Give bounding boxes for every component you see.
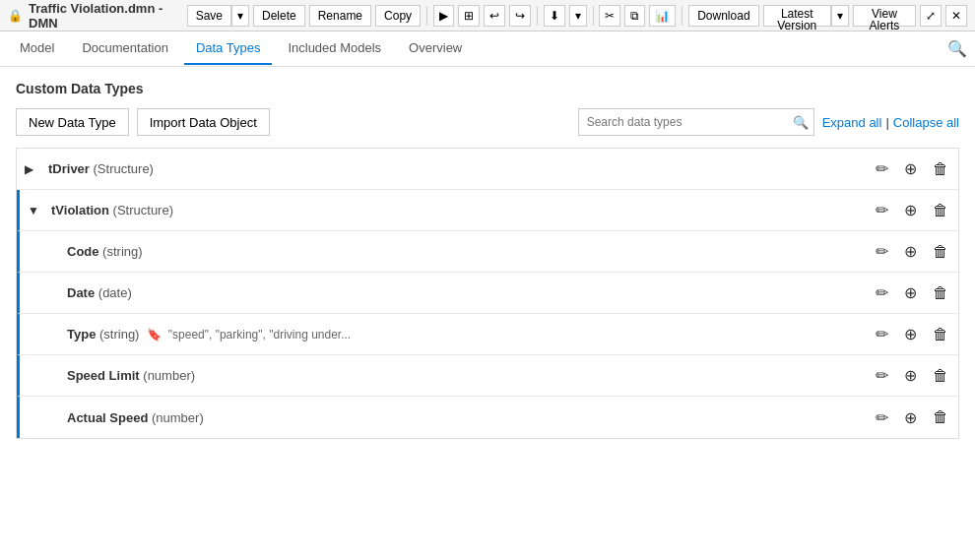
row-actions: ✏ ⊕ 🗑: [874, 240, 950, 263]
sep4: [682, 6, 682, 26]
row-hint: 🔖 "speed", "parking", "driving under...: [147, 328, 351, 342]
row-name: Type: [67, 327, 96, 342]
version-button[interactable]: Latest Version: [763, 5, 831, 27]
row-type: (date): [95, 285, 132, 300]
row-type: (Structure): [90, 161, 154, 176]
add-speedlimit-button[interactable]: ⊕: [902, 364, 919, 387]
add-code-button[interactable]: ⊕: [902, 240, 919, 263]
sep1: [426, 6, 427, 26]
download-icon-btn[interactable]: ⬇: [544, 5, 565, 27]
undo-button[interactable]: ↩: [484, 5, 505, 27]
close-window-button[interactable]: ✕: [945, 5, 967, 27]
table-row: Actual Speed (number) ✏ ⊕ 🗑: [17, 397, 958, 438]
expand-all-link[interactable]: Expand all: [822, 115, 882, 130]
delete-tViolation-button[interactable]: 🗑: [931, 200, 950, 221]
save-button[interactable]: Save: [187, 5, 231, 27]
search-input[interactable]: [578, 108, 814, 136]
content-area: Custom Data Types New Data Type Import D…: [0, 67, 975, 453]
row-toggle-tViolation[interactable]: ▼: [28, 204, 47, 218]
delete-code-button[interactable]: 🗑: [931, 241, 950, 263]
delete-button[interactable]: Delete: [253, 5, 305, 27]
table-row: ▼ tViolation (Structure) ✏ ⊕ 🗑: [17, 190, 958, 231]
collapse-all-link[interactable]: Collapse all: [893, 115, 959, 130]
row-name: Code: [67, 244, 99, 259]
title-bar-left: 🔒 Traffic Violation.dmn - DMN: [8, 1, 187, 31]
edit-actualspeed-button[interactable]: ✏: [874, 406, 890, 429]
row-actions: ✏ ⊕ 🗑: [874, 364, 950, 387]
sep2: [537, 6, 538, 26]
row-actions: ✏ ⊕ 🗑: [874, 406, 950, 429]
save-dropdown-button[interactable]: ▾: [231, 5, 249, 27]
row-type: (string): [96, 327, 139, 342]
search-icon: 🔍: [793, 115, 809, 130]
add-tViolation-button[interactable]: ⊕: [902, 199, 919, 221]
row-name: Date: [67, 285, 95, 300]
copy-icon-button[interactable]: ⧉: [624, 5, 645, 27]
edit-tDriver-button[interactable]: ✏: [874, 157, 890, 180]
delete-tDriver-button[interactable]: 🗑: [931, 158, 950, 180]
edit-code-button[interactable]: ✏: [874, 240, 890, 263]
tab-documentation[interactable]: Documentation: [70, 32, 179, 65]
download-button[interactable]: Download: [688, 5, 758, 27]
row-name: tDriver: [48, 161, 90, 176]
add-actualspeed-button[interactable]: ⊕: [902, 406, 919, 429]
row-name: tViolation: [51, 203, 109, 218]
row-actions: ✏ ⊕ 🗑: [874, 199, 950, 221]
expand-window-button[interactable]: ⤢: [920, 5, 942, 27]
row-actions: ✏ ⊕ 🗑: [874, 323, 950, 345]
expand-collapse-sep: |: [885, 115, 888, 130]
search-container: 🔍: [578, 108, 814, 136]
version-dropdown[interactable]: ▾: [831, 5, 849, 27]
download-dropdown[interactable]: ▾: [569, 5, 587, 27]
data-table: ▶ tDriver (Structure) ✏ ⊕ 🗑 ▼ tViolation…: [16, 148, 959, 439]
table-row: Speed Limit (number) ✏ ⊕ 🗑: [17, 355, 958, 397]
new-data-type-button[interactable]: New Data Type: [16, 108, 129, 136]
row-toggle-tDriver[interactable]: ▶: [25, 162, 44, 176]
view-alerts-button[interactable]: View Alerts: [853, 5, 916, 27]
import-data-object-button[interactable]: Import Data Object: [137, 108, 270, 136]
row-type: (string): [99, 244, 143, 259]
tab-data-types[interactable]: Data Types: [184, 32, 273, 65]
table-row: Type (string) 🔖 "speed", "parking", "dri…: [17, 314, 958, 355]
row-name: Speed Limit: [67, 368, 140, 383]
edit-speedlimit-button[interactable]: ✏: [874, 364, 890, 387]
play-button[interactable]: ▶: [433, 5, 454, 27]
scissors-button[interactable]: ✂: [599, 5, 620, 27]
chart-button[interactable]: 📊: [649, 5, 676, 27]
edit-date-button[interactable]: ✏: [874, 281, 890, 304]
edit-type-button[interactable]: ✏: [874, 323, 890, 345]
content-toolbar: New Data Type Import Data Object 🔍 Expan…: [16, 108, 959, 136]
delete-type-button[interactable]: 🗑: [931, 324, 950, 345]
tab-included-models[interactable]: Included Models: [276, 32, 393, 65]
row-name: Actual Speed: [67, 410, 148, 425]
grid-button[interactable]: ⊞: [458, 5, 480, 27]
tab-model[interactable]: Model: [8, 32, 66, 65]
table-row: ▶ tDriver (Structure) ✏ ⊕ 🗑: [17, 149, 958, 190]
rename-button[interactable]: Rename: [309, 5, 371, 27]
row-actions: ✏ ⊕ 🗑: [874, 281, 950, 304]
lock-icon: 🔒: [8, 9, 23, 23]
add-tDriver-button[interactable]: ⊕: [902, 157, 919, 180]
sep3: [593, 6, 594, 26]
row-type: (Structure): [109, 203, 173, 218]
tab-overview[interactable]: Overview: [397, 32, 474, 65]
add-date-button[interactable]: ⊕: [902, 281, 919, 304]
copy-button[interactable]: Copy: [375, 5, 421, 27]
nav-tabs: Model Documentation Data Types Included …: [0, 31, 975, 67]
section-title: Custom Data Types: [16, 81, 959, 96]
row-type: (number): [140, 368, 195, 383]
delete-speedlimit-button[interactable]: 🗑: [931, 365, 950, 387]
edit-tViolation-button[interactable]: ✏: [874, 199, 890, 221]
delete-date-button[interactable]: 🗑: [931, 282, 950, 304]
title-bar-right: Save ▾ Delete Rename Copy ▶ ⊞ ↩ ↪ ⬇ ▾ ✂ …: [187, 5, 967, 27]
save-group: Save ▾: [187, 5, 249, 27]
nav-search-icon[interactable]: 🔍: [947, 39, 967, 58]
expand-collapse-controls: Expand all | Collapse all: [822, 115, 959, 130]
hint-icon: 🔖: [147, 328, 162, 342]
add-type-button[interactable]: ⊕: [902, 323, 919, 345]
delete-actualspeed-button[interactable]: 🗑: [931, 406, 950, 428]
title-bar: 🔒 Traffic Violation.dmn - DMN Save ▾ Del…: [0, 0, 975, 31]
redo-button[interactable]: ↪: [509, 5, 531, 27]
row-type: (number): [148, 410, 203, 425]
table-row: Code (string) ✏ ⊕ 🗑: [17, 231, 958, 273]
